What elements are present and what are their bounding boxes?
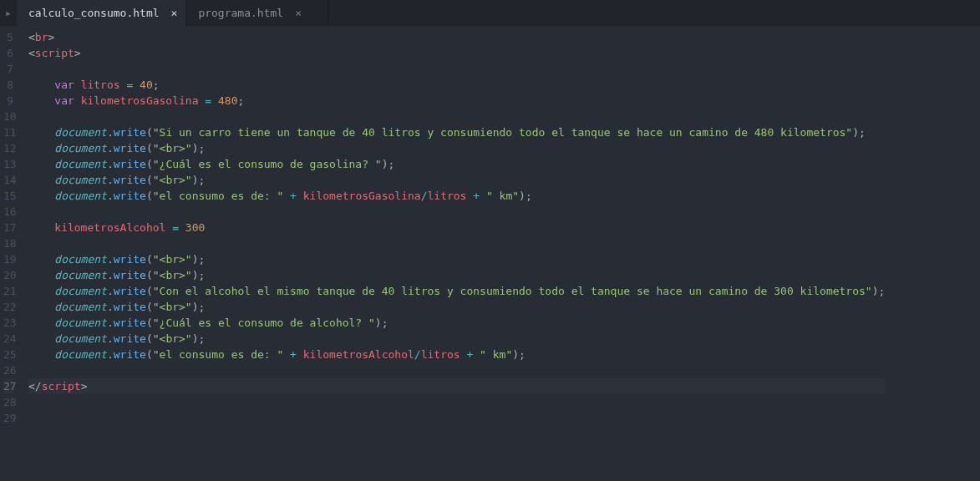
code-line[interactable]: document.write("<br>"); [28, 267, 885, 283]
code-line[interactable]: document.write("<br>"); [28, 140, 885, 156]
line-number: 22 [3, 299, 13, 315]
code-line[interactable]: document.write("<br>"); [28, 299, 885, 315]
line-number: 18 [3, 235, 13, 251]
code-line[interactable]: kilometrosAlcohol = 300 [28, 220, 885, 235]
close-icon[interactable]: × [295, 8, 302, 18]
line-number: 25 [3, 347, 13, 362]
code-line[interactable]: document.write("Si un carro tiene un tan… [28, 124, 885, 140]
code-line[interactable]: var litros = 40; [28, 77, 885, 93]
line-number: 7 [3, 61, 13, 77]
line-number: 6 [3, 45, 13, 61]
code-line[interactable] [28, 109, 885, 124]
line-number: 9 [3, 93, 13, 109]
line-number: 11 [3, 124, 13, 140]
code-line[interactable] [28, 61, 885, 77]
line-number: 13 [3, 156, 13, 172]
code-line[interactable]: var kilometrosGasolina = 480; [28, 93, 885, 109]
line-number: 10 [3, 109, 13, 124]
tab-calculo_consumo-html[interactable]: calculo_consumo.html× [17, 0, 186, 26]
line-number: 20 [3, 267, 13, 283]
line-number: 16 [3, 204, 13, 220]
line-number: 14 [3, 172, 13, 188]
line-gutter: 5678910111213141516171819202122232425262… [0, 26, 22, 481]
tab-bar: ▸ calculo_consumo.html×programa.html× [0, 0, 980, 26]
code-line[interactable]: document.write("el consumo es de: " + ki… [28, 188, 885, 204]
code-line[interactable]: <script> [28, 45, 885, 61]
line-number: 19 [3, 251, 13, 267]
code-line[interactable]: document.write("<br>"); [28, 331, 885, 347]
line-number: 28 [3, 394, 13, 410]
code-line[interactable]: document.write("<br>"); [28, 172, 885, 188]
line-number: 29 [3, 410, 13, 426]
code-line[interactable]: document.write("Con el alcohol el mismo … [28, 283, 885, 299]
code-line[interactable]: document.write("¿Cuál es el consumo de a… [28, 315, 885, 331]
line-number: 21 [3, 283, 13, 299]
tab-label: calculo_consumo.html [28, 7, 160, 19]
code-line[interactable] [28, 410, 885, 426]
line-number: 17 [3, 220, 13, 235]
tab-label: programa.html [198, 7, 283, 19]
code-line[interactable]: document.write("<br>"); [28, 251, 885, 267]
line-number: 8 [3, 77, 13, 93]
code-area[interactable]: <br><script> var litros = 40; var kilome… [22, 26, 885, 481]
code-line[interactable] [28, 394, 885, 410]
code-line[interactable] [28, 362, 885, 378]
line-number: 5 [3, 29, 13, 45]
line-number: 26 [3, 362, 13, 378]
code-line[interactable] [28, 235, 885, 251]
code-line[interactable] [28, 204, 885, 220]
tab-programa-html[interactable]: programa.html× [186, 0, 328, 26]
line-number: 23 [3, 315, 13, 331]
line-number: 15 [3, 188, 13, 204]
close-icon[interactable]: × [171, 8, 178, 18]
line-number: 12 [3, 140, 13, 156]
code-line[interactable]: <br> [28, 29, 885, 45]
line-number: 27 [3, 378, 13, 394]
line-number: 24 [3, 331, 13, 347]
code-line[interactable]: document.write("¿Cuál es el consumo de g… [28, 156, 885, 172]
tab-scroll-indicator: ▸ [0, 0, 17, 26]
code-line[interactable]: </script> [28, 378, 885, 394]
code-editor[interactable]: 5678910111213141516171819202122232425262… [0, 26, 980, 481]
code-line[interactable]: document.write("el consumo es de: " + ki… [28, 347, 885, 362]
